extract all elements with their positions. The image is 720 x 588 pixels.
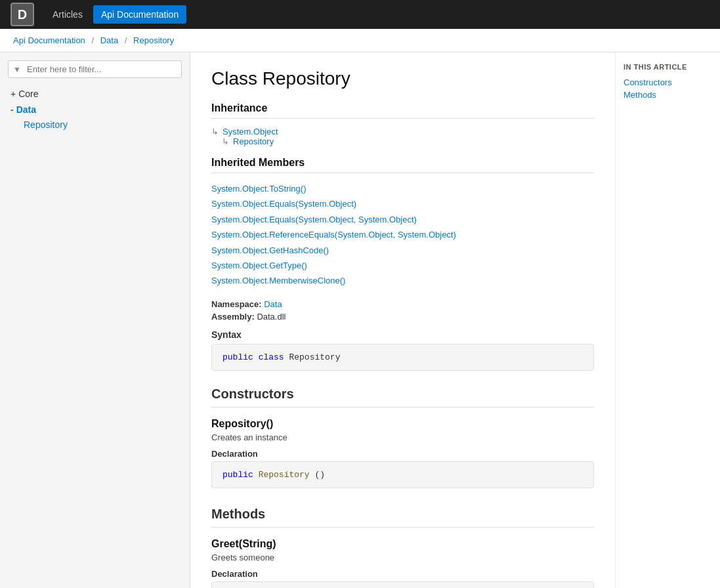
member-memberwiseclone[interactable]: System.Object.MemberwiseClone(): [211, 273, 594, 288]
core-toggle: +: [11, 89, 16, 99]
nav-articles[interactable]: Articles: [45, 5, 91, 24]
toc-title: IN THIS ARTICLE: [624, 63, 712, 71]
toc-panel: IN THIS ARTICLE Constructors Methods: [615, 52, 720, 588]
syntax-code-block: public class Repository: [211, 344, 594, 371]
sidebar-item-repository[interactable]: Repository: [0, 117, 190, 132]
breadcrumb-sep-2: /: [125, 35, 127, 45]
data-label: Data: [16, 104, 36, 115]
inheritance-child-label: Repository: [233, 136, 274, 146]
ctor-parens: (): [314, 470, 325, 480]
ctor-kw-public: public: [222, 470, 253, 480]
method-greet-description: Greets someone: [211, 553, 594, 562]
breadcrumb-data[interactable]: Data: [100, 35, 118, 45]
syntax-label: Syntax: [211, 329, 594, 340]
toc-link-methods[interactable]: Methods: [624, 89, 712, 101]
member-equals-1[interactable]: System.Object.Equals(System.Object): [211, 196, 594, 211]
member-referenceequals[interactable]: System.Object.ReferenceEquals(System.Obj…: [211, 227, 594, 242]
filter-icon: ▼: [13, 65, 21, 74]
search-input[interactable]: [8, 60, 182, 78]
assembly-value: Data.dll: [257, 312, 286, 322]
inheritance-root[interactable]: ↳ System.Object: [211, 127, 594, 136]
core-label: Core: [18, 89, 38, 99]
nav-api-documentation[interactable]: Api Documentation: [93, 5, 186, 24]
member-gethashcode[interactable]: System.Object.GetHashCode(): [211, 243, 594, 258]
breadcrumb: Api Documentation / Data / Repository: [0, 29, 720, 52]
inheritance-child[interactable]: ↳ Repository: [222, 136, 594, 146]
inherited-members-divider: [211, 173, 594, 173]
constructors-divider: [211, 407, 594, 408]
syntax-space2: Repository: [289, 352, 340, 362]
inheritance-corner-child: ↳: [222, 136, 229, 146]
method-greet-declaration-label: Declaration: [211, 569, 594, 579]
member-equals-2[interactable]: System.Object.Equals(System.Object, Syst…: [211, 212, 594, 227]
methods-heading: Methods: [211, 507, 594, 522]
sidebar-tree: + Core - Data Repository: [0, 86, 190, 132]
method-greet-code-block: public void Greet ( string name): [211, 581, 594, 588]
breadcrumb-api-doc[interactable]: Api Documentation: [13, 35, 85, 45]
inherited-members-heading: Inherited Members: [211, 157, 594, 169]
sidebar-item-core[interactable]: + Core: [0, 86, 190, 102]
constructor-name: Repository(): [211, 418, 594, 430]
inheritance-divider: [211, 118, 594, 119]
methods-divider: [211, 527, 594, 528]
inheritance-corner-root: ↳: [211, 127, 219, 136]
namespace-row: Namespace: Data: [211, 299, 594, 309]
data-toggle: -: [11, 104, 14, 115]
member-tostring[interactable]: System.Object.ToString(): [211, 181, 594, 196]
constructor-code-block: public Repository (): [211, 461, 594, 488]
page-title: Class Repository: [211, 68, 594, 89]
nav-links: Articles Api Documentation: [45, 5, 186, 24]
inheritance-heading: Inheritance: [211, 102, 594, 114]
page-layout: ▼ + Core - Data Repository Class Reposit…: [0, 52, 720, 588]
sidebar-filter-container: ▼: [8, 60, 182, 78]
syntax-kw-class: class: [259, 352, 284, 362]
ctor-method-name: Repository: [259, 470, 310, 480]
main-content: Class Repository Inheritance ↳ System.Ob…: [190, 52, 615, 588]
constructors-heading: Constructors: [211, 387, 594, 402]
member-gettype[interactable]: System.Object.GetType(): [211, 258, 594, 273]
breadcrumb-sep-1: /: [91, 35, 94, 45]
sidebar: ▼ + Core - Data Repository: [0, 52, 190, 588]
breadcrumb-repository[interactable]: Repository: [133, 35, 174, 45]
toc-link-constructors[interactable]: Constructors: [624, 76, 712, 89]
constructor-description: Creates an instance: [211, 432, 594, 442]
assembly-row: Assembly: Data.dll: [211, 312, 594, 322]
top-nav: D Articles Api Documentation: [0, 0, 720, 29]
logo: D: [11, 3, 34, 26]
method-greet-name: Greet(String): [211, 538, 594, 550]
inherited-members-section: System.Object.ToString() System.Object.E…: [211, 181, 594, 289]
namespace-link[interactable]: Data: [264, 299, 282, 309]
inheritance-root-label: System.Object: [222, 127, 278, 136]
sidebar-item-data[interactable]: - Data: [0, 102, 190, 117]
inheritance-block: ↳ System.Object ↳ Repository: [211, 127, 594, 146]
constructor-declaration-label: Declaration: [211, 449, 594, 459]
syntax-kw-public: public: [222, 352, 253, 362]
